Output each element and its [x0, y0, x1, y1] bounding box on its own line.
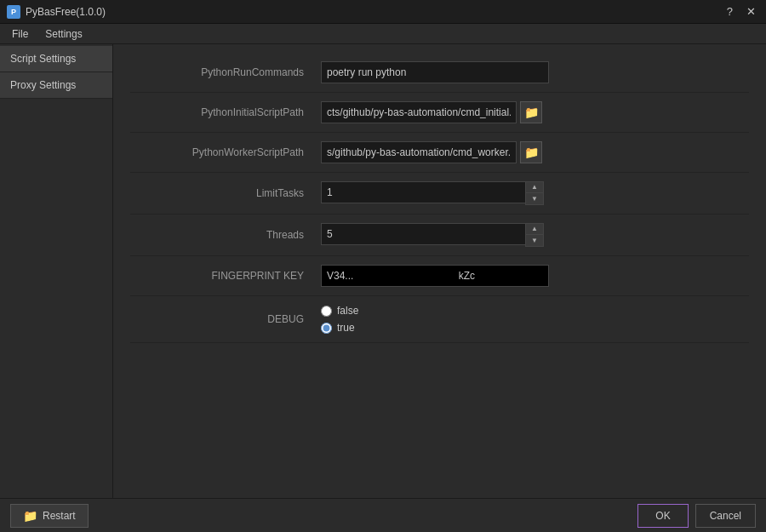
- table-row: PythonInitialScriptPath 📁: [130, 93, 749, 133]
- table-row: PythonWorkerScriptPath 📁: [130, 133, 749, 173]
- bottom-bar: 📁 Restart OK Cancel: [0, 498, 766, 532]
- fingerprint-key-input[interactable]: [321, 265, 549, 287]
- python-worker-script-cell: 📁: [317, 133, 749, 173]
- python-worker-script-browse[interactable]: 📁: [520, 141, 542, 163]
- table-row: PythonRunCommands: [130, 53, 749, 93]
- debug-false-label: false: [337, 305, 358, 317]
- menu-bar: File Settings: [0, 24, 766, 44]
- table-row: FINGERPRINT KEY: [130, 256, 749, 296]
- table-row: LimitTasks ▲ ▼: [130, 173, 749, 215]
- table-row: DEBUG false true: [130, 296, 749, 343]
- sidebar: Script Settings Proxy Settings: [0, 44, 113, 498]
- threads-decrement[interactable]: ▼: [526, 235, 543, 246]
- limit-tasks-input[interactable]: [321, 181, 525, 203]
- fingerprint-key-label: FINGERPRINT KEY: [130, 256, 317, 296]
- debug-true-radio[interactable]: [321, 323, 332, 334]
- app-icon: P: [7, 5, 20, 19]
- python-worker-script-label: PythonWorkerScriptPath: [130, 133, 317, 173]
- debug-cell: false true: [317, 296, 749, 343]
- file-path-row: 📁: [321, 141, 742, 163]
- sidebar-item-proxy-settings[interactable]: Proxy Settings: [0, 72, 112, 99]
- limit-tasks-cell: ▲ ▼: [317, 173, 749, 215]
- menu-file[interactable]: File: [3, 26, 37, 42]
- sidebar-item-script-settings[interactable]: Script Settings: [0, 46, 112, 72]
- fingerprint-key-cell: [317, 256, 749, 296]
- threads-cell: ▲ ▼: [317, 215, 749, 256]
- settings-table: PythonRunCommands PythonInitialScriptPat…: [130, 53, 749, 343]
- threads-input[interactable]: [321, 223, 525, 245]
- app-title: PyBasFree(1.0.0): [26, 6, 106, 18]
- bottom-left: 📁 Restart: [10, 504, 89, 528]
- file-path-row: 📁: [321, 101, 742, 123]
- python-initial-script-input[interactable]: [321, 101, 517, 123]
- debug-true-option[interactable]: true: [321, 322, 742, 334]
- limit-tasks-spinbox: ▲ ▼: [321, 181, 549, 205]
- content-area: PythonRunCommands PythonInitialScriptPat…: [113, 44, 766, 498]
- debug-false-option[interactable]: false: [321, 305, 742, 317]
- python-run-commands-label: PythonRunCommands: [130, 53, 317, 93]
- python-initial-script-cell: 📁: [317, 93, 749, 133]
- threads-increment[interactable]: ▲: [526, 224, 543, 235]
- ok-button[interactable]: OK: [637, 504, 688, 528]
- close-button[interactable]: ✕: [743, 6, 759, 17]
- debug-label: DEBUG: [130, 296, 317, 343]
- limit-tasks-label: LimitTasks: [130, 173, 317, 215]
- cancel-button[interactable]: Cancel: [695, 504, 756, 528]
- title-bar-left: P PyBasFree(1.0.0): [7, 5, 106, 19]
- help-button[interactable]: ?: [723, 6, 736, 17]
- spinbox-buttons: ▲ ▼: [525, 181, 544, 205]
- restart-button[interactable]: 📁 Restart: [10, 504, 89, 528]
- python-initial-script-label: PythonInitialScriptPath: [130, 93, 317, 133]
- python-initial-script-browse[interactable]: 📁: [520, 101, 542, 123]
- python-run-commands-input[interactable]: [321, 61, 549, 83]
- python-run-commands-cell: [317, 53, 749, 93]
- main-layout: Script Settings Proxy Settings PythonRun…: [0, 44, 766, 498]
- debug-radio-group: false true: [321, 305, 742, 334]
- limit-tasks-decrement[interactable]: ▼: [526, 193, 543, 204]
- table-row: Threads ▲ ▼: [130, 215, 749, 256]
- title-bar: P PyBasFree(1.0.0) ? ✕: [0, 0, 766, 24]
- python-worker-script-input[interactable]: [321, 141, 517, 163]
- debug-false-radio[interactable]: [321, 306, 332, 317]
- restart-label: Restart: [43, 510, 76, 522]
- restart-icon: 📁: [23, 509, 37, 523]
- debug-true-label: true: [337, 322, 355, 334]
- threads-label: Threads: [130, 215, 317, 256]
- menu-settings[interactable]: Settings: [37, 26, 90, 42]
- limit-tasks-increment[interactable]: ▲: [526, 182, 543, 193]
- title-bar-controls: ? ✕: [723, 6, 759, 17]
- bottom-right: OK Cancel: [637, 504, 756, 528]
- spinbox-buttons: ▲ ▼: [525, 223, 544, 247]
- threads-spinbox: ▲ ▼: [321, 223, 549, 247]
